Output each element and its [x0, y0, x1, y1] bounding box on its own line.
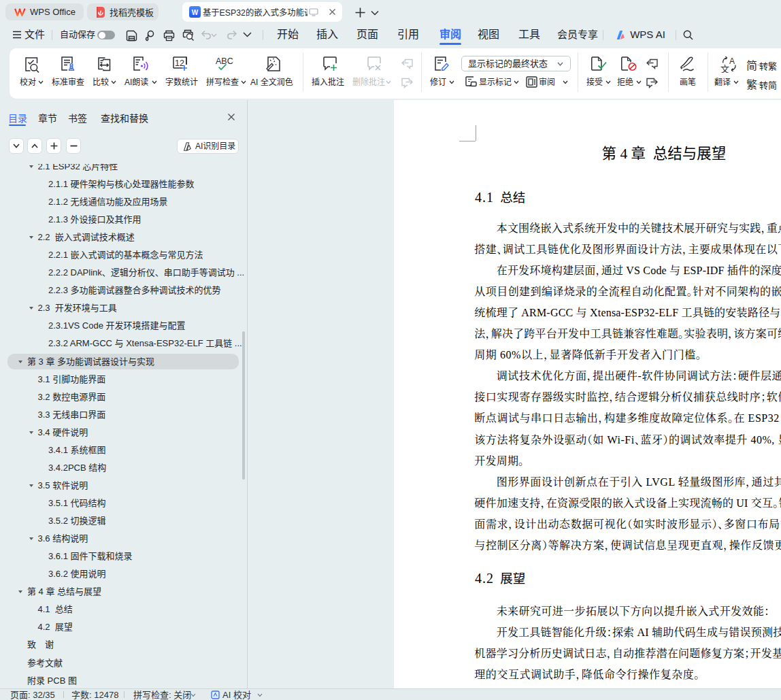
svg-text:12: 12 — [175, 59, 184, 68]
svg-text:文: 文 — [720, 64, 729, 73]
svg-text:A: A — [729, 56, 735, 66]
svg-text:ABC: ABC — [216, 57, 233, 66]
